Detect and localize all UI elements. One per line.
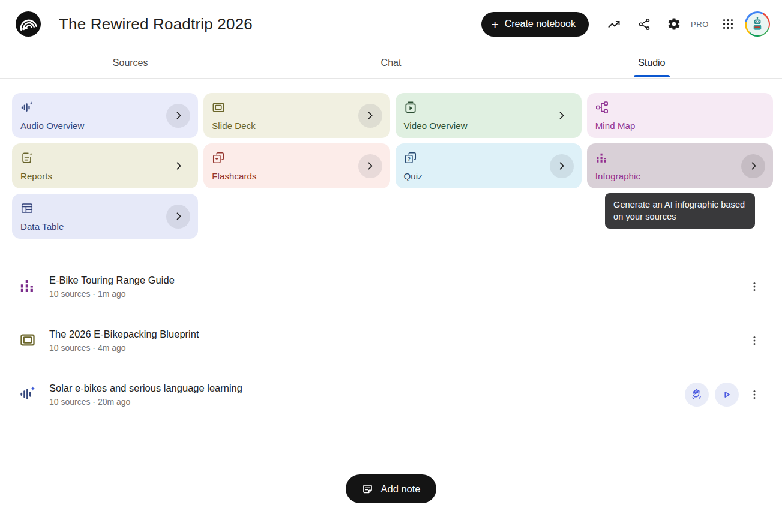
card-label: Reports: [20, 171, 190, 181]
card-label: Infographic: [595, 171, 765, 181]
flashcards-icon: [212, 151, 225, 164]
header-actions: + Create notebook PRO: [481, 11, 770, 37]
infographic-tooltip: Generate an AI infographic based on your…: [605, 193, 755, 229]
card-reports[interactable]: Reports: [12, 143, 198, 188]
list-item: The 2026 E-Bikepacking Blueprint 10 sour…: [16, 314, 766, 368]
audio-waveform-sparkle-icon: [19, 386, 37, 404]
artifact-list: E-Bike Touring Range Guide 10 sources · …: [0, 250, 782, 422]
chevron-right-icon[interactable]: [550, 104, 574, 128]
artifact-title: E-Bike Touring Range Guide: [49, 275, 742, 286]
chevron-right-icon[interactable]: [550, 154, 574, 178]
tab-bar: Sources Chat Studio: [0, 48, 782, 78]
more-options-icon[interactable]: [742, 383, 766, 407]
data-table-icon: [20, 202, 34, 215]
play-icon[interactable]: [715, 383, 739, 407]
artifact-link[interactable]: Solar e-bikes and serious language learn…: [49, 383, 685, 407]
card-label: Mind Map: [595, 121, 765, 131]
card-slide-deck[interactable]: Slide Deck: [203, 93, 389, 138]
add-note-container: Add note: [0, 474, 782, 503]
chevron-right-icon[interactable]: [358, 104, 382, 128]
apps-grid-icon[interactable]: [715, 11, 741, 37]
more-options-icon[interactable]: [742, 329, 766, 353]
mind-map-icon: [595, 101, 609, 114]
create-notebook-label: Create notebook: [505, 19, 576, 29]
notebook-title[interactable]: The Rewired Roadtrip 2026: [59, 15, 253, 34]
card-infographic[interactable]: Infographic: [587, 143, 773, 188]
infographic-bars-icon: [19, 278, 37, 296]
card-label: Flashcards: [212, 171, 381, 181]
tab-studio[interactable]: Studio: [522, 48, 782, 78]
card-label: Slide Deck: [212, 121, 381, 131]
chevron-right-icon[interactable]: [358, 154, 382, 178]
chevron-right-icon[interactable]: [166, 154, 190, 178]
add-note-label: Add note: [380, 483, 420, 495]
tab-sources[interactable]: Sources: [0, 48, 260, 78]
add-note-button[interactable]: Add note: [346, 474, 436, 503]
artifact-link[interactable]: E-Bike Touring Range Guide 10 sources · …: [49, 275, 742, 299]
quiz-icon: ?: [404, 151, 417, 164]
slide-deck-icon: [212, 101, 225, 114]
share-icon[interactable]: [631, 11, 657, 37]
plus-icon: +: [491, 18, 498, 31]
tab-chat[interactable]: Chat: [260, 48, 521, 78]
card-mind-map[interactable]: Mind Map: [587, 93, 773, 138]
card-data-table[interactable]: Data Table: [12, 194, 198, 239]
create-notebook-button[interactable]: + Create notebook: [481, 12, 589, 37]
more-options-icon[interactable]: [742, 275, 766, 299]
card-audio-overview[interactable]: Audio Overview: [12, 93, 198, 138]
artifact-meta: 10 sources · 1m ago: [49, 289, 742, 299]
svg-text:?: ?: [407, 156, 410, 162]
artifact-meta: 10 sources · 4m ago: [49, 343, 742, 353]
card-label: Video Overview: [404, 121, 573, 131]
infographic-bars-icon: [595, 151, 609, 164]
report-sparkle-icon: [20, 151, 34, 164]
notebooklm-logo[interactable]: [16, 11, 41, 37]
chevron-right-icon[interactable]: [166, 104, 190, 128]
interactive-mode-icon[interactable]: [685, 383, 709, 407]
card-label: Data Table: [20, 221, 190, 232]
chevron-right-icon[interactable]: [166, 205, 190, 229]
list-item: Solar e-bikes and serious language learn…: [16, 368, 766, 422]
chevron-right-icon[interactable]: [741, 154, 765, 178]
artifact-title: Solar e-bikes and serious language learn…: [49, 383, 685, 394]
settings-gear-icon[interactable]: [661, 11, 687, 37]
app-header: The Rewired Roadtrip 2026 + Create noteb…: [0, 0, 782, 48]
audio-actions: [685, 383, 739, 407]
card-label: Audio Overview: [20, 121, 190, 131]
card-quiz[interactable]: ? Quiz: [396, 143, 582, 188]
card-label: Quiz: [404, 171, 573, 181]
audio-waveform-sparkle-icon: [20, 101, 34, 114]
list-item: E-Bike Touring Range Guide 10 sources · …: [16, 260, 766, 314]
note-icon: [361, 483, 374, 495]
artifact-title: The 2026 E-Bikepacking Blueprint: [49, 329, 742, 340]
artifact-meta: 10 sources · 20m ago: [49, 397, 685, 407]
card-video-overview[interactable]: Video Overview: [396, 93, 582, 138]
artifact-link[interactable]: The 2026 E-Bikepacking Blueprint 10 sour…: [49, 329, 742, 353]
pro-badge: PRO: [691, 20, 709, 29]
avatar-robot-image: [747, 13, 769, 35]
video-overview-icon: [404, 101, 417, 114]
avatar[interactable]: [745, 11, 770, 37]
slide-deck-icon: [19, 332, 37, 350]
trending-up-icon[interactable]: [601, 11, 627, 37]
card-flashcards[interactable]: Flashcards: [203, 143, 389, 188]
